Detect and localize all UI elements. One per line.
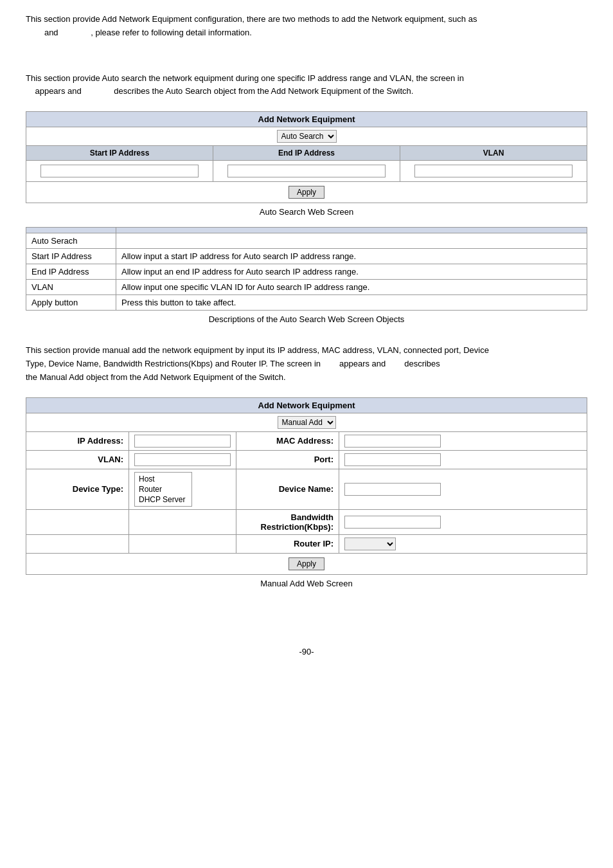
bandwidth-empty-cell [26, 509, 129, 534]
intro-text-1: This section provide Add Network Equipme… [26, 13, 587, 40]
manual-add-mode-select[interactable]: Manual Add [278, 416, 336, 429]
bandwidth-label: Bandwidth Restriction(Kbps): [236, 509, 339, 534]
ip-mac-row: IP Address: MAC Address: [26, 431, 587, 450]
router-ip-label: Router IP: [236, 534, 339, 553]
device-type-row: Device Type: Host Router DHCP Server Dev… [26, 469, 587, 509]
col-start-ip: Start IP Address [26, 146, 213, 161]
desc-header-left [26, 228, 116, 233]
desc-row-3-desc: Allow input one specific VLAN ID for Aut… [116, 280, 587, 295]
col-vlan: VLAN [400, 146, 587, 161]
manual-add-caption: Manual Add Web Screen [26, 579, 587, 588]
vlan-cell [400, 161, 587, 182]
port-input-cell [339, 450, 587, 469]
page-number: -90- [26, 647, 587, 656]
mac-input-cell [339, 431, 587, 450]
device-type-label: Device Type: [26, 469, 129, 509]
device-type-dhcp[interactable]: DHCP Server [136, 494, 190, 505]
bandwidth-input[interactable] [344, 516, 441, 529]
desc-row-4-label: Apply button [26, 295, 116, 311]
desc-row-2-label: End IP Address [26, 264, 116, 280]
end-ip-cell [213, 161, 400, 182]
device-type-host[interactable]: Host [136, 474, 190, 484]
manual-apply-row: Apply [26, 553, 587, 574]
manual-vlan-input[interactable] [134, 453, 231, 466]
manual-add-intro-text: This section provide manual add the netw… [26, 344, 587, 384]
auto-search-table-title: Add Network Equipment [26, 112, 587, 127]
vlan-input[interactable] [414, 165, 573, 177]
desc-row-4-desc: Press this button to take affect. [116, 295, 587, 311]
desc-row-1-label: Start IP Address [26, 249, 116, 264]
auto-search-table: Add Network Equipment Auto Search Start … [26, 111, 587, 203]
device-type-router[interactable]: Router [136, 484, 190, 494]
port-input[interactable] [344, 453, 441, 466]
intro-section-1: This section provide Add Network Equipme… [26, 13, 587, 40]
apply-cell: Apply [26, 182, 587, 203]
router-ip-row: Router IP: [26, 534, 587, 553]
device-name-label: Device Name: [236, 469, 339, 509]
manual-add-table: Add Network Equipment Manual Add IP Addr… [26, 397, 587, 575]
auto-search-mode-select[interactable]: Auto Search [277, 130, 337, 143]
desc-table-caption: Descriptions of the Auto Search Web Scre… [26, 314, 587, 324]
router-ip-empty1 [26, 534, 129, 553]
manual-add-intro: This section provide manual add the netw… [26, 344, 587, 384]
auto-search-intro: This section provide Auto search the net… [26, 72, 587, 99]
auto-search-dropdown-cell: Auto Search [26, 127, 587, 146]
mac-address-input[interactable] [344, 435, 441, 448]
vlan-port-row: VLAN: Port: [26, 450, 587, 469]
ip-label: IP Address: [26, 431, 129, 450]
bandwidth-row: Bandwidth Restriction(Kbps): [26, 509, 587, 534]
start-ip-cell [26, 161, 213, 182]
router-ip-empty2 [129, 534, 236, 553]
auto-search-caption: Auto Search Web Screen [26, 207, 587, 217]
device-type-dropdown-cell: Host Router DHCP Server [129, 469, 236, 509]
desc-row-1-desc: Allow input a start IP address for Auto … [116, 249, 587, 264]
device-name-input-cell [339, 469, 587, 509]
manual-apply-cell: Apply [26, 553, 587, 574]
manual-table-title: Add Network Equipment [26, 397, 587, 413]
manual-add-apply-button[interactable]: Apply [289, 557, 324, 570]
manual-dropdown-cell: Manual Add [26, 413, 587, 431]
auto-search-intro-text: This section provide Auto search the net… [26, 72, 587, 99]
mac-label: MAC Address: [236, 431, 339, 450]
col-end-ip: End IP Address [213, 146, 400, 161]
device-type-dropdown[interactable]: Host Router DHCP Server [134, 472, 192, 507]
desc-row-3-label: VLAN [26, 280, 116, 295]
bandwidth-input-cell [339, 509, 587, 534]
router-ip-select-cell [339, 534, 587, 553]
router-ip-select[interactable] [344, 538, 396, 550]
auto-search-desc-table: Auto Serach Start IP Address Allow input… [26, 227, 587, 311]
bandwidth-empty-cell2 [129, 509, 236, 534]
vlan-label: VLAN: [26, 450, 129, 469]
auto-search-apply-button[interactable]: Apply [289, 186, 324, 199]
ip-input-cell [129, 431, 236, 450]
end-ip-input[interactable] [227, 165, 386, 177]
vlan-input-cell [129, 450, 236, 469]
desc-row-2-desc: Allow input an end IP address for Auto s… [116, 264, 587, 280]
desc-row-0-label: Auto Serach [26, 233, 116, 249]
start-ip-input[interactable] [40, 165, 199, 177]
device-name-input[interactable] [344, 483, 441, 496]
desc-row-0-desc [116, 233, 587, 249]
port-label: Port: [236, 450, 339, 469]
desc-header-right [116, 228, 587, 233]
ip-address-input[interactable] [134, 435, 231, 448]
